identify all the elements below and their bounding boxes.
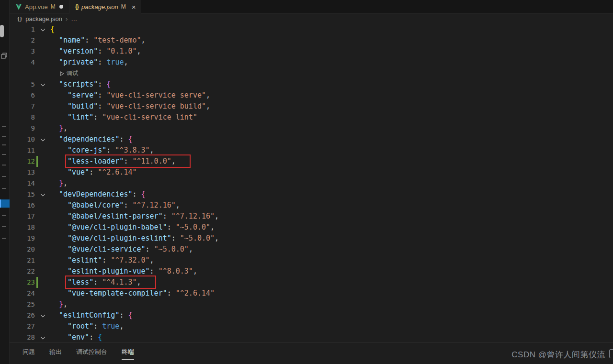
code-token: , — [176, 201, 180, 210]
line-number: 9 — [10, 123, 35, 134]
fold-column — [35, 156, 50, 167]
code-token: : — [146, 245, 154, 254]
clipboard-icon[interactable] — [609, 349, 613, 358]
watermark-text: CSDN @曾许人间第仪流 — [511, 349, 605, 360]
fold-chevron-icon[interactable] — [40, 136, 45, 141]
codelens-label: 调试 — [67, 68, 78, 79]
fold-column — [35, 189, 50, 200]
code-line: 17"@babel/eslint-parser": "^7.12.16", — [10, 211, 613, 222]
tab-app-vue[interactable]: App.vue M — [10, 0, 69, 13]
code-line-content: "lint": "vue-cli-service lint" — [50, 112, 197, 123]
vscode-window: App.vue M {} package.json M × {} package… — [0, 0, 613, 364]
code-line: 5"scripts": { — [10, 79, 613, 90]
fold-chevron-icon[interactable] — [40, 81, 45, 86]
line-number: 11 — [10, 145, 35, 156]
code-token: "@vue/cli-plugin-babel" — [68, 223, 167, 232]
code-line-content: "@vue/cli-plugin-eslint": "~5.0.0", — [50, 233, 219, 244]
fold-chevron-icon[interactable] — [40, 312, 45, 317]
fold-column — [35, 277, 50, 288]
code-token: "scripts" — [59, 80, 98, 88]
code-line-content: { — [50, 24, 55, 35]
fold-column — [35, 24, 50, 35]
code-token: : — [106, 146, 115, 154]
line-number: 1 — [10, 24, 35, 35]
line-number: 20 — [10, 244, 35, 255]
line-number: 12 — [10, 156, 35, 167]
code-token: "^7.32.0" — [111, 256, 149, 265]
code-line-content: "name": "test-demo", — [50, 35, 146, 46]
code-token: { — [50, 25, 55, 33]
code-token: { — [141, 190, 146, 199]
panel-tab[interactable]: 终端 — [122, 348, 134, 360]
fold-chevron-icon[interactable] — [40, 26, 45, 31]
code-token: , — [206, 102, 210, 110]
fold-column — [35, 244, 50, 255]
code-token: "^2.6.14" — [176, 289, 215, 298]
line-number: 18 — [10, 222, 35, 233]
code-line-content: "build": "vue-cli-service build", — [50, 101, 210, 112]
fold-column — [35, 145, 50, 156]
code-token: "version" — [59, 47, 98, 55]
codelens-debug-action[interactable]: 调试 — [50, 68, 78, 79]
unsaved-dot-icon[interactable] — [59, 5, 63, 9]
code-line: 1{ — [10, 24, 613, 35]
fold-column — [35, 167, 50, 178]
code-token: "eslint-plugin-vue" — [68, 267, 150, 276]
code-token: { — [128, 311, 133, 320]
code-token: , — [189, 245, 193, 254]
close-icon[interactable]: × — [132, 3, 136, 11]
code-token: : — [89, 168, 98, 176]
line-number: 7 — [10, 101, 35, 112]
code-line: 11"core-js": "^3.8.3", — [10, 145, 613, 156]
fold-column — [35, 46, 50, 57]
code-line: 16"@babel/core": "^7.12.16", — [10, 200, 613, 211]
code-line-content: "eslint-plugin-vue": "^8.0.3", — [50, 266, 197, 277]
code-line-content: "core-js": "^3.8.3", — [50, 145, 154, 156]
code-token: "vue" — [68, 168, 89, 176]
breadcrumb-file[interactable]: package.json — [25, 15, 62, 22]
panel-tab[interactable]: 调试控制台 — [76, 348, 107, 360]
code-token: : — [93, 113, 102, 121]
tab-package-json[interactable]: {} package.json M × — [69, 0, 142, 13]
left-edge-strip — [0, 0, 10, 364]
line-number: 26 — [10, 310, 35, 321]
code-line: 6"serve": "vue-cli-service serve", — [10, 90, 613, 101]
code-token: "^7.12.16" — [171, 212, 215, 221]
code-line-content: "@babel/core": "^7.12.16", — [50, 200, 180, 211]
code-token: "^2.6.14" — [98, 168, 136, 176]
restore-window-icon[interactable] — [1, 52, 7, 61]
scrollbar-thumb[interactable] — [0, 25, 4, 37]
line-number: 2 — [10, 35, 35, 46]
line-number: 19 — [10, 233, 35, 244]
fold-chevron-icon[interactable] — [40, 191, 45, 196]
line-number: 16 — [10, 200, 35, 211]
line-number: 24 — [10, 288, 35, 299]
sidebar-sliver-item — [2, 165, 6, 165]
code-token: "test-demo" — [93, 36, 141, 44]
panel-tab[interactable]: 问题 — [23, 348, 35, 360]
panel-tab[interactable]: 输出 — [49, 348, 62, 360]
code-line-content: "serve": "vue-cli-service serve", — [50, 90, 210, 101]
code-token: "private" — [59, 58, 98, 66]
code-line: 2"name": "test-demo", — [10, 35, 613, 46]
sidebar-sliver-item — [2, 154, 6, 155]
fold-chevron-icon[interactable] — [40, 334, 45, 339]
code-token: : — [124, 201, 132, 210]
breadcrumb: {} package.json › … — [10, 13, 613, 24]
code-token: } — [59, 300, 63, 309]
sidebar-selected-item-sliver[interactable] — [0, 199, 10, 208]
code-token: : — [98, 102, 106, 110]
code-token: "lint" — [68, 113, 93, 121]
code-editor[interactable]: 1{2"name": "test-demo",3"version": "0.1.… — [10, 24, 613, 342]
code-token: "~5.0.0" — [176, 223, 210, 232]
git-modified-badge: M — [121, 3, 126, 10]
code-token: "@babel/core" — [68, 201, 124, 210]
code-token: : — [163, 212, 171, 221]
breadcrumb-ellipsis[interactable]: … — [71, 15, 77, 22]
code-token: , — [137, 47, 141, 55]
fold-column — [35, 222, 50, 233]
code-token: "@babel/eslint-parser" — [68, 212, 163, 221]
code-token: , — [63, 300, 68, 309]
fold-column — [35, 255, 50, 266]
fold-column — [35, 134, 50, 145]
